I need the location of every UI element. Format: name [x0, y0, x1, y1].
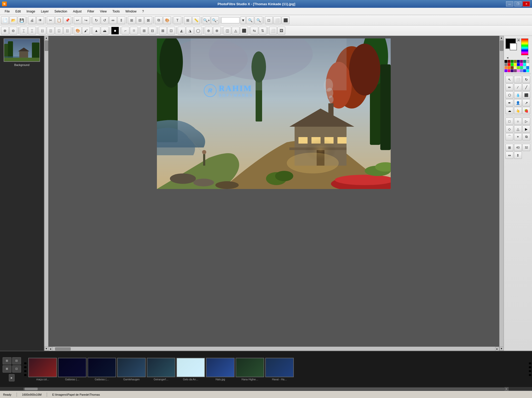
- palette-swatch[interactable]: [511, 60, 514, 63]
- tool-btn-14[interactable]: 🍓: [522, 107, 530, 114]
- palette-swatch[interactable]: [517, 63, 520, 66]
- preview-button[interactable]: 👁: [36, 16, 44, 24]
- tb2-13[interactable]: ■: [111, 27, 119, 35]
- zoom-in-button[interactable]: 🔍: [246, 16, 254, 24]
- color-spectrum[interactable]: [521, 38, 528, 55]
- tool-btn-9[interactable]: ✒: [506, 99, 513, 106]
- tool-btn-5[interactable]: ╱: [522, 84, 530, 91]
- number2-tool[interactable]: 32: [522, 144, 530, 151]
- tb2-25[interactable]: ◫: [223, 27, 231, 35]
- menu-edit[interactable]: Edit: [13, 9, 23, 14]
- palette-swatch[interactable]: [511, 63, 514, 66]
- menu-layer[interactable]: Layer: [38, 9, 51, 14]
- print-button[interactable]: 🖨: [28, 16, 36, 24]
- vscroll2-thumb[interactable]: [500, 41, 503, 51]
- vscroll-thumb[interactable]: [45, 41, 48, 51]
- tb2-23[interactable]: ⊕: [205, 27, 212, 35]
- palette-swatch[interactable]: [523, 63, 526, 66]
- palette-swatch[interactable]: [508, 63, 510, 66]
- tb2-3[interactable]: ⌶: [20, 27, 28, 35]
- palette-swatch[interactable]: [504, 63, 507, 66]
- color-button[interactable]: 🎨: [163, 16, 171, 24]
- tool-btn-10[interactable]: 👤: [514, 99, 522, 106]
- tb2-24[interactable]: ⊗: [213, 27, 221, 35]
- tool-btn-3[interactable]: ✏: [506, 84, 513, 91]
- zoom-input[interactable]: 50%: [221, 17, 240, 23]
- tool-btn-2[interactable]: ↻: [522, 76, 530, 83]
- vscroll-down[interactable]: ▼: [44, 347, 49, 351]
- palette-swatch[interactable]: [526, 66, 529, 69]
- palette-swatch[interactable]: [508, 69, 510, 72]
- tb2-21[interactable]: ◮: [186, 27, 194, 35]
- filmstrip-scroll-right[interactable]: ►: [504, 387, 509, 391]
- open-button[interactable]: 📂: [9, 16, 17, 24]
- vscroll-up[interactable]: ▲: [44, 36, 49, 40]
- canvas-button[interactable]: ⊟: [136, 16, 144, 24]
- tb2-19[interactable]: ⊡: [167, 27, 175, 35]
- zoom-dropdown[interactable]: ▼: [241, 16, 246, 24]
- palette-right-arrow[interactable]: ►: [527, 56, 530, 59]
- filmstrip-next[interactable]: ►: [9, 374, 15, 381]
- tb2-1[interactable]: ⊕: [1, 27, 9, 35]
- filmstrip-thumb-item[interactable]: Halo.jpg: [206, 358, 235, 381]
- palette-swatch[interactable]: [508, 60, 510, 63]
- palette-swatch[interactable]: [517, 69, 520, 72]
- menu-filter[interactable]: Filter: [85, 9, 97, 14]
- menu-file[interactable]: File: [2, 9, 12, 14]
- menu-selection[interactable]: Selection: [52, 9, 70, 14]
- tb2-11[interactable]: ▲: [92, 27, 100, 35]
- palette-swatch[interactable]: [514, 69, 517, 72]
- tb2-28[interactable]: ⇆: [250, 27, 258, 35]
- zoom-btn2[interactable]: 🔍+: [203, 16, 210, 24]
- tool-btn-11[interactable]: ↗: [522, 99, 530, 106]
- tool-btn-0[interactable]: ↖: [506, 76, 513, 83]
- tri-tool[interactable]: △: [514, 125, 522, 133]
- menu-tools[interactable]: Tools: [110, 9, 122, 14]
- palette-swatch[interactable]: [526, 60, 529, 63]
- fs-btn-4[interactable]: ⊡: [12, 365, 21, 373]
- tb2-7[interactable]: ⌺: [55, 27, 63, 35]
- v-scrollbar-left[interactable]: ▲ ▼: [44, 36, 48, 351]
- maglasso-tool[interactable]: ⌖: [514, 133, 522, 140]
- palette-left-arrow[interactable]: ◄: [506, 56, 509, 59]
- tb2-29[interactable]: ⇅: [259, 27, 267, 35]
- palette-swatch[interactable]: [514, 60, 517, 63]
- redo-button[interactable]: ↪: [82, 16, 90, 24]
- palette-swatch[interactable]: [511, 66, 514, 69]
- tb2-20[interactable]: ◭: [178, 27, 185, 35]
- menu-adjust[interactable]: Adjust: [70, 9, 84, 14]
- tb2-8[interactable]: ⌻: [63, 27, 71, 35]
- close-button[interactable]: ✕: [523, 1, 530, 6]
- fs-btn-2[interactable]: ⊟: [12, 357, 21, 365]
- zoomout-btn2[interactable]: 🔍-: [211, 16, 219, 24]
- new-button[interactable]: 📄: [1, 16, 9, 24]
- palette-swatch[interactable]: [504, 66, 507, 69]
- fit-button[interactable]: ⊡: [265, 16, 273, 24]
- tb2-12[interactable]: ⛰: [101, 27, 109, 35]
- palette-swatch[interactable]: [520, 66, 523, 69]
- vscroll2-down[interactable]: ▼: [500, 347, 504, 351]
- tb2-6[interactable]: ⌹: [47, 27, 55, 35]
- filmstrip-thumb-item[interactable]: Galáxias (…: [88, 358, 116, 381]
- filmstrip-thumb-item[interactable]: Gamlehaugen: [117, 358, 146, 381]
- palette-swatch[interactable]: [511, 69, 514, 72]
- tb2-30[interactable]: ⬜: [269, 27, 277, 35]
- swap-colors[interactable]: ⇄: [517, 38, 520, 42]
- maximize-button[interactable]: ❐: [514, 1, 522, 6]
- image-canvas[interactable]: R RAHIM SOFTWARES: [157, 38, 391, 189]
- save-button[interactable]: 💾: [18, 16, 25, 24]
- tb2-16[interactable]: ⊞: [140, 27, 148, 35]
- tb2-31[interactable]: 🖼: [277, 27, 285, 35]
- filmstrip-thumb-item[interactable]: Havaí - Ha…: [265, 358, 294, 381]
- palette-swatch[interactable]: [523, 66, 526, 69]
- filmstrip-scroll-thumb[interactable]: [25, 388, 38, 390]
- number1-tool[interactable]: 43: [514, 144, 522, 151]
- expand-h-tool[interactable]: ⇔: [506, 152, 513, 159]
- palette-swatch[interactable]: [523, 69, 526, 72]
- palette-swatch[interactable]: [504, 69, 507, 72]
- filmstrip-thumb-item[interactable]: Geirangerf…: [147, 358, 175, 381]
- cut-button[interactable]: ✂: [47, 16, 55, 24]
- palette-swatch[interactable]: [517, 60, 520, 63]
- crop-button[interactable]: ⊠: [144, 16, 152, 24]
- text-button[interactable]: T: [174, 16, 181, 24]
